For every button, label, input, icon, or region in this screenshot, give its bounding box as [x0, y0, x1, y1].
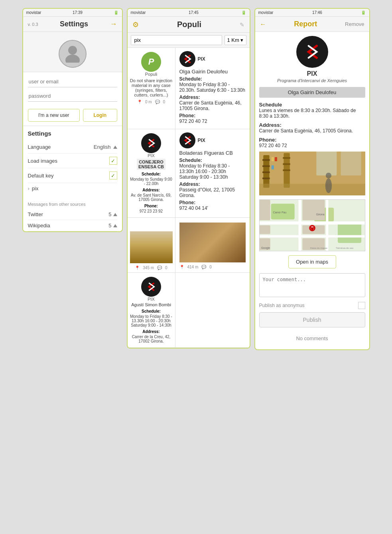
schedule-detail-value: Lunes a viernes de 8:30 a 20:30h. Sábado… [259, 108, 365, 119]
carrier-3: movistar [258, 10, 274, 15]
populi-icon: P [141, 52, 161, 72]
svg-rect-14 [283, 157, 290, 159]
address-section: Address: Carrer de Santa Eugènia, 46, 17… [259, 122, 365, 134]
back-arrow-icon[interactable]: ← [260, 21, 266, 28]
address-value-2: Av. de Sant Narcís, 69, 17005 Girona. [130, 193, 173, 202]
language-row[interactable]: Language English [28, 141, 117, 154]
address-label-1: Address: [179, 95, 200, 100]
phone-label-1: Phone: [179, 113, 196, 118]
time-3: 17:46 [312, 10, 322, 15]
svg-rect-18 [274, 157, 277, 161]
map-area[interactable]: Carrer Pau Girona Google Datos de mapas … [259, 199, 365, 251]
battery-3: 🔋 [361, 10, 366, 15]
svg-text:Girona: Girona [316, 213, 324, 216]
svg-text:Google: Google [261, 246, 270, 250]
messages-label: Messages from other sources [28, 202, 117, 207]
svg-point-2 [180, 51, 195, 67]
schedule-detail-label: Schedule [259, 102, 365, 108]
pix-large-icon [296, 36, 328, 68]
pix-svg-2b [180, 133, 195, 148]
default-key-row[interactable]: Default key ✓ [28, 168, 117, 183]
language-arrow-icon [113, 146, 117, 149]
person-icon [65, 45, 81, 63]
settings-title-text: Settings [60, 20, 88, 28]
list-left-1[interactable]: P Populi Do not share injection material… [128, 48, 175, 129]
publish-anon-label: Publish as anonymus [259, 303, 305, 308]
distance-dropdown[interactable]: 1 Km ▾ [225, 35, 246, 45]
schedule-label-2r: Schedule: [179, 158, 202, 163]
publish-button[interactable]: Publish [259, 312, 365, 327]
location-icon-2: 📍 [135, 266, 140, 270]
report-title: Report [294, 20, 317, 28]
default-key-label: Default key [28, 173, 54, 179]
avatar[interactable] [59, 40, 87, 68]
svg-rect-28 [338, 223, 361, 243]
load-images-row[interactable]: Load images ✓ [28, 154, 117, 168]
default-key-checkbox[interactable]: ✓ [109, 171, 117, 179]
list-right-store: 📍 414 m 💬 0 [175, 218, 250, 272]
settings-section-title: Settings [28, 130, 117, 137]
phone-label-2r: Phone: [179, 200, 196, 205]
login-button[interactable]: Login [83, 109, 117, 122]
publish-row: Publish as anonymus [259, 302, 365, 309]
svg-rect-19 [271, 166, 274, 169]
list-left-3[interactable]: PIX Agustí Simon Bombi Schedule: Monday … [128, 273, 175, 347]
store-photo-2 [179, 223, 246, 262]
pix-icon-3 [141, 277, 161, 297]
address-label-2r: Address: [179, 181, 200, 187]
open-maps-button[interactable]: Open in maps [288, 255, 336, 268]
comment-input[interactable] [259, 273, 365, 297]
phone-section: Phone: 972 20 40 72 [259, 137, 365, 148]
forward-arrow-icon[interactable]: → [110, 20, 117, 28]
list-left-2[interactable]: PIX CONEJEROENSESA CB Schedule: Monday t… [128, 129, 175, 217]
twitter-sort-icon [113, 213, 117, 216]
svg-rect-11 [262, 171, 270, 173]
populi-description: Do not share injection material in any c… [130, 78, 173, 97]
phone1-settings: movistar 17:39 🔋 v. 0.3 Settings → I'm a… [22, 8, 123, 232]
store-meta-1: 📍 345 m 💬 0 [135, 266, 167, 270]
comment-icon-2: 💬 [157, 266, 162, 270]
twitter-label: Twitter [28, 211, 43, 217]
carrier-1: movistar [26, 10, 41, 15]
key-value-text: pix [32, 185, 39, 191]
user-email-input[interactable] [28, 76, 117, 87]
new-user-button[interactable]: I'm a new user [28, 109, 80, 122]
populi-icon-label: Populi [145, 72, 158, 77]
person-name-1: Olga Gairin Deulofeu [179, 69, 246, 75]
svg-rect-22 [341, 152, 361, 175]
settings-header: v. 0.3 Settings → [23, 17, 122, 32]
remove-button[interactable]: Remove [345, 21, 364, 27]
carrier-2: movistar [131, 10, 146, 15]
anon-checkbox[interactable] [358, 302, 365, 309]
report-content: PIX Programa d'Intercanvi de Xernguies O… [255, 32, 369, 349]
pix-icon-2 [141, 133, 161, 153]
gear-icon[interactable]: ⚙ [132, 20, 139, 29]
comments-3: 0 [209, 265, 212, 269]
populi-header: ⚙ Populi ✎ [128, 17, 250, 33]
schedule-value-1: Monday to Friday 8:30 - 20.30h. Saturday… [179, 82, 246, 93]
svg-rect-34 [260, 225, 270, 234]
svg-text:Datos de mapas: Datos de mapas [310, 247, 327, 249]
avatar-section [23, 32, 122, 72]
pix-label-2r: PIX [198, 138, 205, 143]
time-1: 17:39 [73, 10, 83, 15]
schedule-label-1: Schedule: [179, 76, 202, 82]
pix-icon-2b [179, 132, 195, 148]
svg-point-23 [325, 178, 331, 193]
svg-rect-32 [326, 200, 328, 251]
load-images-checkbox[interactable]: ✓ [109, 157, 117, 165]
svg-point-6 [301, 41, 323, 63]
search-input[interactable] [131, 35, 222, 45]
edit-icon[interactable]: ✎ [240, 22, 244, 28]
svg-rect-30 [260, 235, 365, 238]
list-item-store: 📍 345 m 💬 0 📍 414 m 💬 0 [128, 218, 250, 273]
list-right-2: PIX Boladeras Figueras CB Schedule: Mond… [175, 129, 250, 217]
wikipedia-sort-icon [113, 224, 117, 227]
twitter-row[interactable]: Twitter 5 [28, 209, 117, 220]
address-detail-label: Address: [259, 122, 365, 128]
phone-value-1: 972 20 40 72 [179, 118, 246, 124]
password-input[interactable] [28, 91, 117, 102]
wikipedia-row[interactable]: Wikipedia 5 [28, 220, 117, 231]
key-value-row[interactable]: › pix [28, 183, 117, 194]
populi-comments: 0 [163, 100, 165, 104]
